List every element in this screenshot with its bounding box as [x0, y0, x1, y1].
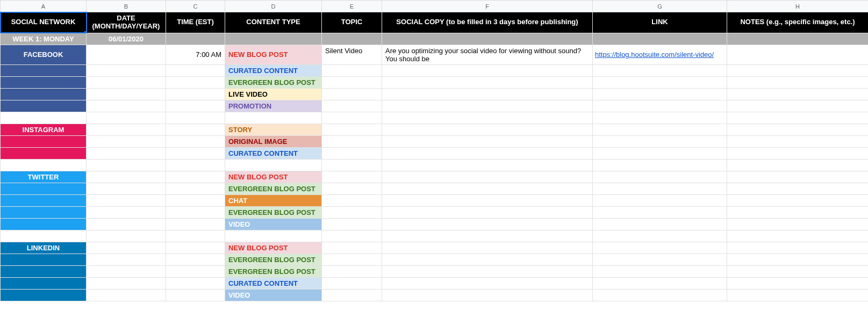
- col-E[interactable]: E: [322, 1, 382, 12]
- time-cell[interactable]: [166, 183, 225, 194]
- content-type-cell[interactable]: EVERGREEN BLOG POST: [225, 265, 322, 277]
- notes-cell[interactable]: [727, 45, 869, 64]
- network-cell[interactable]: [1, 76, 87, 88]
- header-link[interactable]: LINK: [593, 12, 727, 33]
- time-cell[interactable]: [166, 64, 225, 76]
- content-type-cell[interactable]: VIDEO: [225, 218, 322, 230]
- copy-cell[interactable]: [382, 183, 593, 194]
- date-cell[interactable]: [87, 124, 166, 135]
- time-cell[interactable]: [166, 194, 225, 206]
- notes-cell[interactable]: [727, 76, 869, 88]
- cell-f[interactable]: [382, 112, 593, 124]
- time-cell[interactable]: 7:00 AM: [166, 45, 225, 64]
- content-type-cell[interactable]: EVERGREEN BLOG POST: [225, 206, 322, 218]
- content-type-cell[interactable]: CURATED CONTENT: [225, 277, 322, 289]
- network-cell[interactable]: [1, 194, 87, 206]
- header-notes[interactable]: NOTES (e.g., specific images, etc.): [727, 12, 869, 33]
- date-cell[interactable]: [87, 171, 166, 183]
- content-type-cell[interactable]: ORIGINAL IMAGE: [225, 135, 322, 147]
- cell-a[interactable]: [1, 112, 87, 124]
- topic-cell[interactable]: [322, 100, 382, 112]
- date-cell[interactable]: [87, 100, 166, 112]
- network-cell[interactable]: TWITTER: [1, 171, 87, 183]
- date-cell[interactable]: [87, 277, 166, 289]
- date-cell[interactable]: [87, 135, 166, 147]
- week-c[interactable]: [166, 33, 225, 45]
- cell-g[interactable]: [593, 112, 727, 124]
- link-cell[interactable]: [593, 277, 727, 289]
- cell-c[interactable]: [166, 112, 225, 124]
- header-date[interactable]: DATE (MONTH/DAY/YEAR): [87, 12, 166, 33]
- topic-cell[interactable]: [322, 218, 382, 230]
- network-cell[interactable]: INSTAGRAM: [1, 124, 87, 135]
- topic-cell[interactable]: [322, 76, 382, 88]
- link[interactable]: https://blog.hootsuite.com/silent-video/: [595, 50, 714, 59]
- col-G[interactable]: G: [593, 1, 727, 12]
- week-h[interactable]: [727, 33, 869, 45]
- week-label[interactable]: WEEK 1: MONDAY: [1, 33, 87, 45]
- link-cell[interactable]: https://blog.hootsuite.com/silent-video/: [593, 45, 727, 64]
- link-cell[interactable]: [593, 289, 727, 301]
- network-cell[interactable]: [1, 183, 87, 194]
- link-cell[interactable]: [593, 194, 727, 206]
- copy-cell[interactable]: [382, 242, 593, 254]
- link-cell[interactable]: [593, 206, 727, 218]
- notes-cell[interactable]: [727, 64, 869, 76]
- time-cell[interactable]: [166, 242, 225, 254]
- header-topic[interactable]: TOPIC: [322, 12, 382, 33]
- copy-cell[interactable]: [382, 135, 593, 147]
- content-type-cell[interactable]: CURATED CONTENT: [225, 147, 322, 159]
- copy-cell[interactable]: [382, 218, 593, 230]
- content-type-cell[interactable]: NEW BLOG POST: [225, 242, 322, 254]
- date-cell[interactable]: [87, 64, 166, 76]
- copy-cell[interactable]: [382, 265, 593, 277]
- link-cell[interactable]: [593, 183, 727, 194]
- cell-f[interactable]: [382, 230, 593, 242]
- copy-cell[interactable]: [382, 124, 593, 135]
- copy-cell[interactable]: [382, 147, 593, 159]
- network-cell[interactable]: [1, 135, 87, 147]
- spreadsheet[interactable]: A B C D E F G H SOCIAL NETWORK DATE (MON…: [0, 0, 868, 301]
- notes-cell[interactable]: [727, 147, 869, 159]
- date-cell[interactable]: [87, 147, 166, 159]
- time-cell[interactable]: [166, 206, 225, 218]
- network-cell[interactable]: [1, 100, 87, 112]
- col-F[interactable]: F: [382, 1, 593, 12]
- topic-cell[interactable]: [322, 171, 382, 183]
- notes-cell[interactable]: [727, 124, 869, 135]
- notes-cell[interactable]: [727, 218, 869, 230]
- topic-cell[interactable]: [322, 88, 382, 100]
- content-type-cell[interactable]: VIDEO: [225, 289, 322, 301]
- content-type-cell[interactable]: CURATED CONTENT: [225, 64, 322, 76]
- topic-cell[interactable]: [322, 242, 382, 254]
- topic-cell[interactable]: Silent Video: [322, 45, 382, 64]
- topic-cell[interactable]: [322, 254, 382, 265]
- notes-cell[interactable]: [727, 88, 869, 100]
- topic-cell[interactable]: [322, 289, 382, 301]
- link-cell[interactable]: [593, 147, 727, 159]
- network-cell[interactable]: [1, 64, 87, 76]
- notes-cell[interactable]: [727, 194, 869, 206]
- time-cell[interactable]: [166, 135, 225, 147]
- link-cell[interactable]: [593, 64, 727, 76]
- notes-cell[interactable]: [727, 254, 869, 265]
- notes-cell[interactable]: [727, 171, 869, 183]
- content-type-cell[interactable]: EVERGREEN BLOG POST: [225, 183, 322, 194]
- notes-cell[interactable]: [727, 242, 869, 254]
- date-cell[interactable]: [87, 242, 166, 254]
- cell-h[interactable]: [727, 112, 869, 124]
- network-cell[interactable]: [1, 265, 87, 277]
- cell-b[interactable]: [87, 159, 166, 171]
- time-cell[interactable]: [166, 277, 225, 289]
- week-f[interactable]: [382, 33, 593, 45]
- link-cell[interactable]: [593, 242, 727, 254]
- time-cell[interactable]: [166, 265, 225, 277]
- notes-cell[interactable]: [727, 100, 869, 112]
- time-cell[interactable]: [166, 289, 225, 301]
- cell-e[interactable]: [322, 112, 382, 124]
- date-cell[interactable]: [87, 45, 166, 64]
- week-date[interactable]: 06/01/2020: [87, 33, 166, 45]
- link-cell[interactable]: [593, 265, 727, 277]
- network-cell[interactable]: LINKEDIN: [1, 242, 87, 254]
- network-cell[interactable]: [1, 289, 87, 301]
